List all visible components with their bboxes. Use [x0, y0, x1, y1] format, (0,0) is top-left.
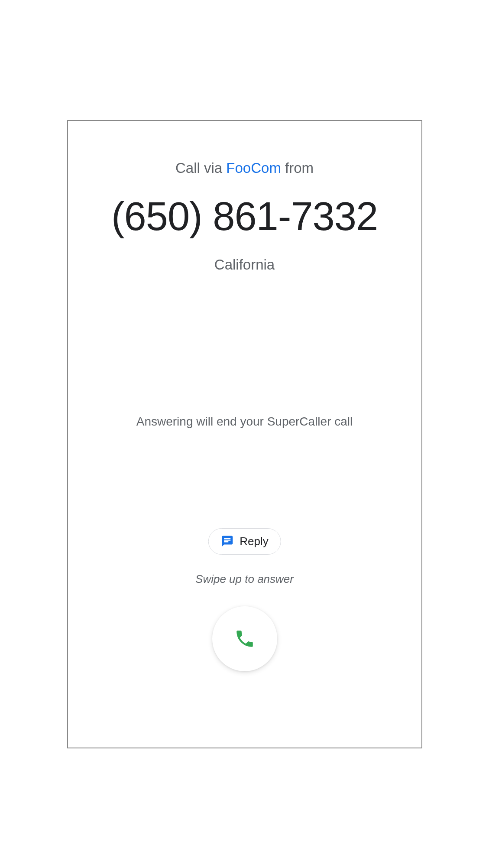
reply-button-label: Reply: [240, 535, 268, 548]
caller-phone-number: (650) 861-7332: [111, 194, 378, 239]
chat-icon: [220, 535, 233, 548]
phone-icon: [234, 628, 256, 650]
call-provider-link[interactable]: FooCom: [226, 160, 281, 176]
caller-location: California: [214, 257, 275, 273]
reply-button[interactable]: Reply: [208, 528, 281, 555]
incoming-call-screen: Call via FooCom from (650) 861-7332 Cali…: [67, 120, 422, 748]
answer-button[interactable]: [212, 606, 277, 671]
call-via-prefix: Call via: [175, 160, 226, 176]
call-via-label: Call via FooCom from: [175, 160, 314, 176]
call-switch-warning: Answering will end your SuperCaller call: [68, 415, 421, 429]
call-via-suffix: from: [281, 160, 314, 176]
swipe-hint: Swipe up to answer: [68, 572, 421, 586]
